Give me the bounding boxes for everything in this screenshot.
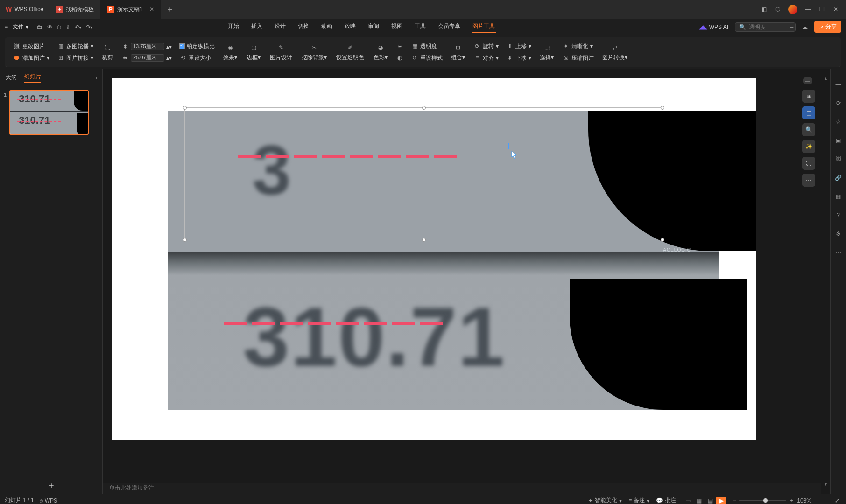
compress[interactable]: ⇲压缩图片 xyxy=(560,53,596,63)
collapse-float-icon[interactable]: ― xyxy=(803,77,812,84)
width-input[interactable] xyxy=(131,54,164,62)
group-button[interactable]: ⊡组合▾ xyxy=(448,42,468,63)
tab-member[interactable]: 会员专享 xyxy=(437,21,461,33)
redo-icon[interactable]: ↷▾ xyxy=(86,24,92,30)
close-tab-icon[interactable]: ✕ xyxy=(149,6,154,13)
tab-start[interactable]: 开始 xyxy=(227,21,240,33)
crop-float-icon[interactable]: ◫ xyxy=(802,106,815,119)
tab-slideshow[interactable]: 放映 xyxy=(344,21,357,33)
brightness[interactable]: ☀ xyxy=(394,42,405,51)
window-detach-icon[interactable]: ◧ xyxy=(760,6,768,13)
tab-design[interactable]: 设计 xyxy=(274,21,287,33)
contrast[interactable]: ◐ xyxy=(394,53,405,63)
expand-icon[interactable]: ⤢ xyxy=(833,497,841,504)
share-button[interactable]: ↗分享 xyxy=(814,21,841,33)
add-tab-button[interactable]: ＋ xyxy=(161,0,179,19)
rail-star-icon[interactable]: ☆ xyxy=(834,118,843,126)
move-up[interactable]: ⬆上移▾ xyxy=(504,42,533,51)
crop-button[interactable]: ⛶ 裁剪 xyxy=(99,42,116,63)
scroll-down-icon[interactable]: ▾ xyxy=(823,482,828,487)
search-input[interactable] xyxy=(749,24,786,30)
zoom-in-icon[interactable]: ＋ xyxy=(789,497,794,504)
magic-icon[interactable]: ✨ xyxy=(802,140,815,153)
layers-icon[interactable]: ≋ xyxy=(802,90,815,103)
picture-design[interactable]: ✎图片设计 xyxy=(267,42,295,63)
rail-settings-icon[interactable]: ⚙ xyxy=(834,230,843,238)
reset-style[interactable]: ↺重设样式 xyxy=(409,53,444,63)
zoom-out-icon[interactable]: − xyxy=(733,497,736,504)
close-window-icon[interactable]: ✕ xyxy=(832,6,839,13)
stepper-icon[interactable]: ▴▾ xyxy=(166,55,172,61)
convert-button[interactable]: ⇄图片转换▾ xyxy=(599,42,630,63)
clarity[interactable]: ✦清晰化▾ xyxy=(560,42,596,51)
save-icon[interactable]: 🗀 xyxy=(37,24,42,30)
more-float-icon[interactable]: ⋯ xyxy=(802,174,815,187)
move-down[interactable]: ⬇下移▾ xyxy=(504,53,533,63)
reading-view-icon[interactable]: ▤ xyxy=(705,497,715,504)
reset-size[interactable]: ⟲重设大小 xyxy=(177,53,217,63)
slides-tab[interactable]: 幻灯片 xyxy=(24,73,41,83)
search-go-icon[interactable]: → xyxy=(789,24,795,30)
select-button[interactable]: ⬚选择▾ xyxy=(537,42,557,63)
collapse-panel-icon[interactable]: ‹ xyxy=(96,75,98,81)
comments-toggle[interactable]: 💬批注 xyxy=(656,497,676,504)
zoom-value[interactable]: 103% xyxy=(797,497,811,504)
tab-insert[interactable]: 插入 xyxy=(250,21,263,33)
fullscreen-icon[interactable]: ⛶ xyxy=(802,157,815,170)
stepper-icon[interactable]: ▴▾ xyxy=(166,43,172,50)
add-picture[interactable]: 🞧添加图片▾ xyxy=(11,53,51,63)
zoom-slider[interactable] xyxy=(739,500,786,501)
zoom-float-icon[interactable]: 🔍 xyxy=(802,123,815,136)
tab-animation[interactable]: 动画 xyxy=(320,21,333,33)
change-picture[interactable]: 🖼更改图片 xyxy=(11,42,51,51)
rail-refresh-icon[interactable]: ⟳ xyxy=(834,99,843,107)
add-slide-button[interactable]: ＋ xyxy=(0,477,102,494)
template-tab[interactable]: ✦ 找稻壳模板 xyxy=(49,0,100,19)
tab-transition[interactable]: 切换 xyxy=(297,21,310,33)
rail-link-icon[interactable]: 🔗 xyxy=(834,174,843,182)
set-transparency[interactable]: ✐设置透明色 xyxy=(333,42,367,63)
wps-status[interactable]: ⎋WPS xyxy=(40,497,57,504)
scroll-up-icon[interactable]: ▴ xyxy=(823,76,828,81)
user-avatar[interactable] xyxy=(788,5,797,14)
inserted-image[interactable]: 3 310.71 ACELOGIC xyxy=(168,111,719,410)
effect-button[interactable]: ◉效果▾ xyxy=(220,42,240,63)
cube-icon[interactable]: ⬡ xyxy=(774,6,782,13)
tab-picture-tools[interactable]: 图片工具 xyxy=(472,21,496,33)
tab-tools[interactable]: 工具 xyxy=(414,21,427,33)
height-input[interactable] xyxy=(131,43,164,50)
file-menu[interactable]: 文件▾ xyxy=(13,23,28,31)
vertical-scrollbar[interactable]: ▴ ▾ xyxy=(823,76,828,487)
notes-toggle[interactable]: ≡备注▾ xyxy=(628,497,649,504)
maximize-icon[interactable]: ❐ xyxy=(818,6,825,13)
zoom-knob[interactable] xyxy=(763,498,768,503)
notes-area[interactable]: 单击此处添加备注 xyxy=(103,483,821,494)
transparency-slider[interactable]: ▦透明度 xyxy=(409,42,444,51)
rail-slides-icon[interactable]: ▣ xyxy=(834,136,843,145)
rail-grid-icon[interactable]: ▦ xyxy=(834,192,843,201)
export-icon[interactable]: ⇪ xyxy=(65,24,70,30)
align[interactable]: ≡对齐▾ xyxy=(472,53,501,63)
outline-tab[interactable]: 大纲 xyxy=(6,74,17,82)
document-tab[interactable]: P 演示文稿1 ✕ xyxy=(100,0,161,19)
rail-image-icon[interactable]: 🖼 xyxy=(834,155,843,163)
rail-help-icon[interactable]: ? xyxy=(834,211,843,219)
rail-more-icon[interactable]: ⋯ xyxy=(834,248,843,257)
tab-view[interactable]: 视图 xyxy=(390,21,403,33)
remove-bg[interactable]: ✂抠除背景▾ xyxy=(299,42,330,63)
cloud-icon[interactable]: ☁ xyxy=(802,24,808,30)
search-box[interactable]: 🔍 → xyxy=(735,22,796,32)
print-icon[interactable]: ⎙ xyxy=(57,24,61,30)
print-preview-icon[interactable]: 👁 xyxy=(47,24,53,30)
minimize-icon[interactable]: ― xyxy=(804,6,811,13)
rotate[interactable]: ⟳旋转▾ xyxy=(472,42,501,51)
undo-icon[interactable]: ↶▾ xyxy=(75,24,81,30)
border-button[interactable]: ▢边框▾ xyxy=(244,42,263,63)
tab-review[interactable]: 审阅 xyxy=(367,21,380,33)
color-button[interactable]: ◕色彩▾ xyxy=(371,42,390,63)
multi-outline[interactable]: ▥多图轮播▾ xyxy=(55,42,95,51)
wps-ai-button[interactable]: ◢◣WPS AI xyxy=(699,24,728,30)
normal-view-icon[interactable]: ▭ xyxy=(683,497,693,504)
beautify-button[interactable]: ✦智能美化▾ xyxy=(588,497,622,504)
sorter-view-icon[interactable]: ▦ xyxy=(694,497,704,504)
